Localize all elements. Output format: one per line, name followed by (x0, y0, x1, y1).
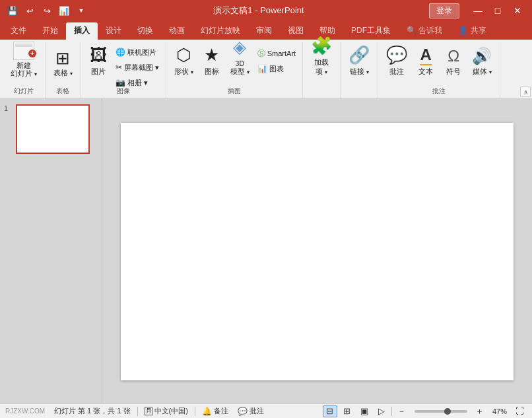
status-divider-2 (195, 407, 195, 416)
ribbon-group-image-label: 图像 (81, 87, 166, 96)
status-divider-3 (391, 407, 392, 416)
title-bar-left: 💾 ↩ ↪ 📊 ▼ (5, 3, 88, 18)
ribbon-group-links: 🔗 链接 ▾ (341, 42, 378, 98)
ribbon-group-table-label: 表格 (46, 87, 81, 96)
smartart-button[interactable]: Ⓢ SmartArt (255, 46, 298, 61)
slides-panel: 1 (0, 99, 102, 403)
language-text: 中文(中国) (154, 406, 188, 416)
slide-thumbnail[interactable] (16, 104, 90, 154)
title-bar-right: 登录 — □ ✕ (429, 3, 527, 18)
new-slide-button[interactable]: + 新建幻灯片 ▾ (7, 44, 41, 88)
illustration-col: Ⓢ SmartArt 📊 图表 (255, 44, 298, 87)
zoom-thumb[interactable] (444, 408, 451, 415)
ribbon-collapse-button[interactable]: ∧ (520, 87, 531, 97)
tab-view[interactable]: 视图 (280, 22, 312, 40)
tab-home[interactable]: 开始 (34, 22, 66, 40)
minimize-button[interactable]: — (469, 3, 487, 18)
ribbon-group-illustration: ⬡ 形状 ▾ ★ 图标 ◈ 3D模型 ▾ Ⓢ SmartArt (166, 42, 303, 98)
comment-button[interactable]: 💬 批注 (382, 44, 411, 88)
main-area: 1 (0, 99, 532, 403)
shapes-button[interactable]: ⬡ 形状 ▾ (170, 44, 197, 88)
tab-file[interactable]: 文件 (3, 22, 34, 40)
notes-text: 备注 (214, 406, 228, 416)
chart-button[interactable]: 📊 图表 (255, 61, 298, 76)
tab-pdf[interactable]: PDF工具集 (343, 22, 399, 40)
ribbon-tabs: 文件 开始 插入 设计 切换 动画 幻灯片放映 审阅 视图 帮助 PDF工具集 … (0, 21, 532, 40)
ribbon-group-addins-items: 🧩 加载项 ▾ (307, 42, 336, 96)
ribbon-group-comments-label: 批注 (378, 87, 500, 96)
canvas-area (102, 99, 532, 403)
tab-transitions[interactable]: 切换 (129, 22, 161, 40)
status-bar: RJZXW.COM 幻灯片 第 1 张，共 1 张 🈷 中文(中国) 🔔 备注 … (0, 403, 532, 418)
picture-button[interactable]: 🖼 图片 (85, 44, 112, 88)
notes-status[interactable]: 🔔 备注 (199, 406, 231, 416)
ribbon: + 新建幻灯片 ▾ 幻灯片 ⊞ 表格 ▾ 表格 🖼 (0, 40, 532, 99)
tab-animations[interactable]: 动画 (161, 22, 193, 40)
online-picture-button[interactable]: 🌐 联机图片 (113, 45, 162, 59)
zoom-slider[interactable] (415, 410, 467, 413)
slideshow-button[interactable]: ▷ (374, 405, 389, 417)
window-controls: — □ ✕ (469, 3, 527, 18)
slide-canvas[interactable] (121, 123, 514, 380)
slide-sorter-button[interactable]: ⊞ (340, 405, 354, 417)
text-button[interactable]: A 文本 (413, 44, 439, 88)
status-right: ⊟ ⊞ ▣ ▷ － ＋ 47% ⛶ (323, 405, 527, 417)
ribbon-group-comments: 💬 批注 A 文本 Ω 符号 🔊 媒体 ▾ (378, 42, 500, 98)
table-button[interactable]: ⊞ 表格 ▾ (50, 44, 77, 88)
comments-text: 批注 (249, 406, 264, 416)
3d-model-button[interactable]: ◈ 3D模型 ▾ (226, 44, 253, 88)
quick-access-arrow[interactable]: ▼ (74, 3, 88, 18)
watermark: RJZXW.COM (5, 407, 45, 415)
normal-view-button[interactable]: ⊟ (323, 405, 337, 417)
zoom-level[interactable]: 47% (490, 407, 510, 415)
tab-share[interactable]: 👤 共享 (450, 22, 494, 40)
ribbon-group-slides-label: 幻灯片 (3, 87, 45, 96)
login-button[interactable]: 登录 (429, 3, 459, 18)
status-divider-1 (137, 407, 138, 416)
icons-button[interactable]: ★ 图标 (199, 44, 225, 88)
ribbon-group-links-items: 🔗 链接 ▾ (345, 42, 374, 96)
tab-insert[interactable]: 插入 (66, 22, 98, 40)
title-bar: 💾 ↩ ↪ 📊 ▼ 演示文稿1 - PowerPoint 登录 — □ ✕ (0, 0, 532, 21)
ribbon-group-image: 🖼 图片 🌐 联机图片 ✂ 屏幕截图 ▾ 📷 相册 ▾ 图像 (81, 42, 166, 98)
status-left: RJZXW.COM 幻灯片 第 1 张，共 1 张 🈷 中文(中国) 🔔 备注 … (5, 406, 323, 416)
ribbon-group-illustration-label: 插图 (166, 87, 302, 96)
tab-review[interactable]: 审阅 (248, 22, 280, 40)
redo-icon[interactable]: ↪ (40, 3, 54, 18)
tab-design[interactable]: 设计 (98, 22, 129, 40)
slide-info-text: 幻灯片 第 1 张，共 1 张 (54, 406, 131, 416)
maximize-button[interactable]: □ (488, 3, 507, 18)
reading-view-button[interactable]: ▣ (357, 405, 372, 417)
ribbon-group-slides: + 新建幻灯片 ▾ 幻灯片 (3, 42, 46, 98)
symbol-button[interactable]: Ω 符号 (440, 44, 467, 88)
fit-window-button[interactable]: ⛶ (512, 405, 527, 417)
addins-button[interactable]: 🧩 加载项 ▾ (307, 44, 336, 88)
close-button[interactable]: ✕ (508, 3, 527, 18)
language-status[interactable]: 🈷 中文(中国) (142, 406, 191, 416)
slide-number: 1 (4, 104, 13, 112)
present-icon[interactable]: 📊 (57, 3, 71, 18)
link-button[interactable]: 🔗 链接 ▾ (345, 44, 374, 88)
window-title: 演示文稿1 - PowerPoint (88, 5, 429, 17)
save-icon[interactable]: 💾 (5, 3, 20, 18)
tab-tell-me[interactable]: 🔍 告诉我 (399, 22, 450, 40)
undo-icon[interactable]: ↩ (22, 3, 37, 18)
media-button[interactable]: 🔊 媒体 ▾ (468, 44, 496, 88)
zoom-in-button[interactable]: ＋ (473, 405, 487, 417)
slide-info[interactable]: 幻灯片 第 1 张，共 1 张 (51, 406, 133, 416)
ribbon-group-addins: 🧩 加载项 ▾ (303, 42, 341, 98)
screenshot-button[interactable]: ✂ 屏幕截图 ▾ (113, 60, 162, 75)
zoom-out-button[interactable]: － (395, 405, 409, 417)
slide-thumb-wrapper: 1 (4, 104, 98, 154)
zoom-text: 47% (492, 407, 507, 415)
ribbon-group-table: ⊞ 表格 ▾ 表格 (46, 42, 81, 98)
comments-status[interactable]: 💬 批注 (235, 406, 267, 416)
